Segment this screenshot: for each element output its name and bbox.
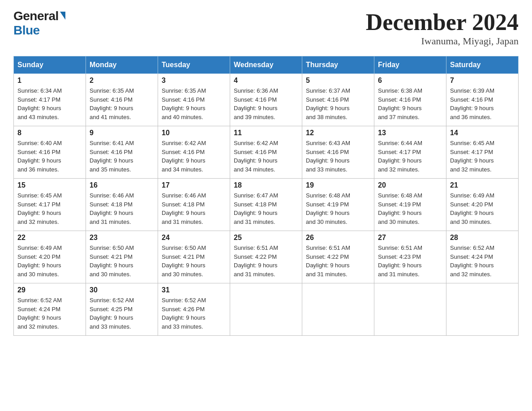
day-info: Sunrise: 6:51 AMSunset: 4:23 PMDaylight:… [378, 244, 422, 278]
page-header: General Blue December 2024 Iwanuma, Miya… [13, 9, 519, 47]
calendar-header: SundayMondayTuesdayWednesdayThursdayFrid… [14, 56, 519, 74]
day-number: 21 [450, 181, 515, 189]
calendar-day-cell [446, 283, 519, 336]
calendar-day-cell: 13 Sunrise: 6:44 AMSunset: 4:17 PMDaylig… [374, 126, 446, 179]
calendar-day-cell: 23 Sunrise: 6:50 AMSunset: 4:21 PMDaylig… [86, 231, 158, 283]
calendar-day-cell: 16 Sunrise: 6:46 AMSunset: 4:18 PMDaylig… [86, 179, 158, 231]
day-number: 6 [378, 77, 442, 85]
day-number: 27 [378, 234, 442, 242]
day-info: Sunrise: 6:42 AMSunset: 4:16 PMDaylight:… [234, 140, 278, 173]
calendar-day-cell: 25 Sunrise: 6:51 AMSunset: 4:22 PMDaylig… [230, 231, 302, 283]
calendar-day-cell: 4 Sunrise: 6:36 AMSunset: 4:16 PMDayligh… [230, 74, 302, 126]
weekday-header-monday: Monday [86, 56, 158, 74]
day-number: 17 [162, 181, 226, 189]
calendar-day-cell: 31 Sunrise: 6:52 AMSunset: 4:26 PMDaylig… [158, 283, 230, 336]
calendar-day-cell: 17 Sunrise: 6:46 AMSunset: 4:18 PMDaylig… [158, 179, 230, 231]
calendar-day-cell: 5 Sunrise: 6:37 AMSunset: 4:16 PMDayligh… [302, 74, 374, 126]
calendar-day-cell [302, 283, 374, 336]
calendar-week-row: 29 Sunrise: 6:52 AMSunset: 4:24 PMDaylig… [14, 283, 519, 336]
day-info: Sunrise: 6:41 AMSunset: 4:16 PMDaylight:… [90, 140, 134, 173]
day-number: 18 [234, 181, 298, 189]
calendar-day-cell [374, 283, 446, 336]
day-number: 5 [306, 77, 370, 85]
weekday-header-thursday: Thursday [302, 56, 374, 74]
day-info: Sunrise: 6:35 AMSunset: 4:16 PMDaylight:… [162, 87, 206, 120]
day-number: 7 [450, 77, 515, 85]
weekday-header-wednesday: Wednesday [230, 56, 302, 74]
day-info: Sunrise: 6:44 AMSunset: 4:17 PMDaylight:… [378, 140, 422, 173]
day-info: Sunrise: 6:46 AMSunset: 4:18 PMDaylight:… [162, 192, 206, 225]
day-number: 19 [306, 181, 370, 189]
day-number: 11 [234, 129, 298, 137]
calendar-week-row: 22 Sunrise: 6:49 AMSunset: 4:20 PMDaylig… [14, 231, 519, 283]
weekday-header-saturday: Saturday [446, 56, 519, 74]
day-number: 4 [234, 77, 298, 85]
calendar-day-cell: 28 Sunrise: 6:52 AMSunset: 4:24 PMDaylig… [446, 231, 519, 283]
day-number: 28 [450, 234, 515, 242]
day-info: Sunrise: 6:51 AMSunset: 4:22 PMDaylight:… [306, 244, 350, 278]
day-number: 1 [17, 77, 82, 85]
calendar-day-cell: 11 Sunrise: 6:42 AMSunset: 4:16 PMDaylig… [230, 126, 302, 179]
calendar-day-cell: 30 Sunrise: 6:52 AMSunset: 4:25 PMDaylig… [86, 283, 158, 336]
calendar-table: SundayMondayTuesdayWednesdayThursdayFrid… [13, 56, 519, 336]
calendar-day-cell: 26 Sunrise: 6:51 AMSunset: 4:22 PMDaylig… [302, 231, 374, 283]
day-info: Sunrise: 6:37 AMSunset: 4:16 PMDaylight:… [306, 87, 350, 120]
calendar-day-cell: 27 Sunrise: 6:51 AMSunset: 4:23 PMDaylig… [374, 231, 446, 283]
day-number: 16 [90, 181, 154, 189]
day-info: Sunrise: 6:46 AMSunset: 4:18 PMDaylight:… [90, 192, 134, 225]
day-info: Sunrise: 6:38 AMSunset: 4:16 PMDaylight:… [378, 87, 422, 120]
calendar-day-cell: 15 Sunrise: 6:45 AMSunset: 4:17 PMDaylig… [14, 179, 86, 231]
calendar-body: 1 Sunrise: 6:34 AMSunset: 4:17 PMDayligh… [14, 74, 519, 336]
calendar-week-row: 15 Sunrise: 6:45 AMSunset: 4:17 PMDaylig… [14, 179, 519, 231]
weekday-header-sunday: Sunday [14, 56, 86, 74]
day-info: Sunrise: 6:40 AMSunset: 4:16 PMDaylight:… [17, 140, 62, 173]
day-number: 30 [90, 286, 154, 294]
calendar-title: December 2024 [366, 9, 519, 35]
day-info: Sunrise: 6:49 AMSunset: 4:20 PMDaylight:… [17, 244, 62, 278]
day-info: Sunrise: 6:49 AMSunset: 4:20 PMDaylight:… [450, 192, 494, 225]
day-number: 3 [162, 77, 226, 85]
day-info: Sunrise: 6:52 AMSunset: 4:25 PMDaylight:… [90, 297, 134, 330]
calendar-day-cell: 18 Sunrise: 6:47 AMSunset: 4:18 PMDaylig… [230, 179, 302, 231]
day-info: Sunrise: 6:39 AMSunset: 4:16 PMDaylight:… [450, 87, 494, 120]
calendar-day-cell: 6 Sunrise: 6:38 AMSunset: 4:16 PMDayligh… [374, 74, 446, 126]
day-info: Sunrise: 6:45 AMSunset: 4:17 PMDaylight:… [450, 140, 494, 173]
day-info: Sunrise: 6:51 AMSunset: 4:22 PMDaylight:… [234, 244, 278, 278]
logo-blue-text: Blue [13, 23, 40, 37]
calendar-day-cell: 9 Sunrise: 6:41 AMSunset: 4:16 PMDayligh… [86, 126, 158, 179]
calendar-day-cell: 8 Sunrise: 6:40 AMSunset: 4:16 PMDayligh… [14, 126, 86, 179]
weekday-header-row: SundayMondayTuesdayWednesdayThursdayFrid… [14, 56, 519, 74]
day-info: Sunrise: 6:34 AMSunset: 4:17 PMDaylight:… [17, 87, 62, 120]
calendar-week-row: 8 Sunrise: 6:40 AMSunset: 4:16 PMDayligh… [14, 126, 519, 179]
day-number: 29 [17, 286, 82, 294]
day-number: 10 [162, 129, 226, 137]
day-info: Sunrise: 6:36 AMSunset: 4:16 PMDaylight:… [234, 87, 278, 120]
weekday-header-tuesday: Tuesday [158, 56, 230, 74]
day-info: Sunrise: 6:35 AMSunset: 4:16 PMDaylight:… [90, 87, 134, 120]
day-number: 20 [378, 181, 442, 189]
weekday-header-friday: Friday [374, 56, 446, 74]
day-number: 2 [90, 77, 154, 85]
day-number: 13 [378, 129, 442, 137]
day-info: Sunrise: 6:42 AMSunset: 4:16 PMDaylight:… [162, 140, 206, 173]
calendar-day-cell: 19 Sunrise: 6:48 AMSunset: 4:19 PMDaylig… [302, 179, 374, 231]
logo: General Blue [13, 9, 65, 38]
day-number: 23 [90, 234, 154, 242]
day-info: Sunrise: 6:52 AMSunset: 4:24 PMDaylight:… [17, 297, 62, 330]
calendar-day-cell: 29 Sunrise: 6:52 AMSunset: 4:24 PMDaylig… [14, 283, 86, 336]
day-info: Sunrise: 6:52 AMSunset: 4:24 PMDaylight:… [450, 244, 494, 278]
day-info: Sunrise: 6:48 AMSunset: 4:19 PMDaylight:… [306, 192, 350, 225]
day-number: 9 [90, 129, 154, 137]
day-info: Sunrise: 6:50 AMSunset: 4:21 PMDaylight:… [90, 244, 134, 278]
day-number: 8 [17, 129, 82, 137]
day-number: 12 [306, 129, 370, 137]
day-number: 15 [17, 181, 82, 189]
day-info: Sunrise: 6:45 AMSunset: 4:17 PMDaylight:… [17, 192, 62, 225]
calendar-day-cell: 10 Sunrise: 6:42 AMSunset: 4:16 PMDaylig… [158, 126, 230, 179]
calendar-day-cell: 21 Sunrise: 6:49 AMSunset: 4:20 PMDaylig… [446, 179, 519, 231]
calendar-day-cell: 14 Sunrise: 6:45 AMSunset: 4:17 PMDaylig… [446, 126, 519, 179]
calendar-day-cell: 24 Sunrise: 6:50 AMSunset: 4:21 PMDaylig… [158, 231, 230, 283]
calendar-week-row: 1 Sunrise: 6:34 AMSunset: 4:17 PMDayligh… [14, 74, 519, 126]
calendar-day-cell: 12 Sunrise: 6:43 AMSunset: 4:16 PMDaylig… [302, 126, 374, 179]
day-number: 24 [162, 234, 226, 242]
